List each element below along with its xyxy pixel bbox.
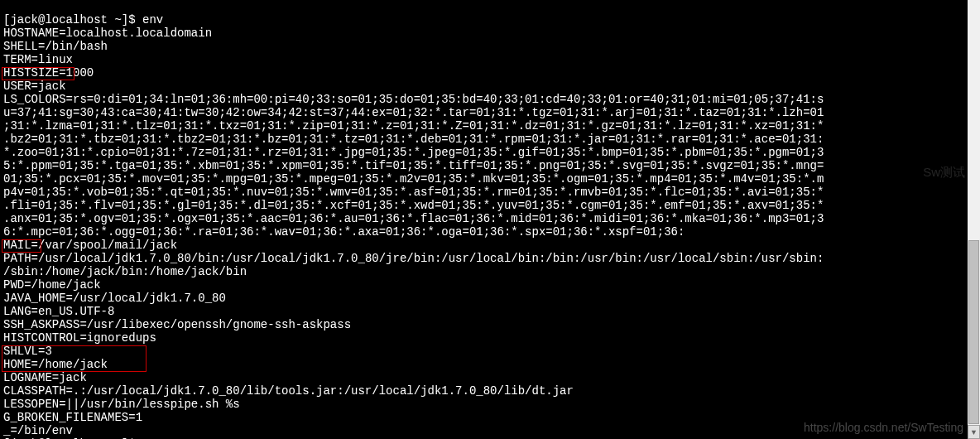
env-lscolors-11: 6:*.mpc=01;36:*.ogg=01;36:*.ra=01;36:*.w… [3, 225, 685, 239]
env-lang: LANG=en_US.UTF-8 [3, 305, 114, 318]
watermark-cn: Sw测试 [923, 166, 965, 179]
env-underscore: _=/bin/env [3, 424, 73, 437]
env-hostname: HOSTNAME=localhost.localdomain [3, 27, 212, 40]
terminal-output: [jack@localhost ~]$ env HOSTNAME=localho… [3, 0, 967, 439]
env-logname: LOGNAME=jack [3, 371, 87, 384]
watermark-url: https://blog.csdn.net/SwTesting [804, 421, 963, 434]
env-user: USER=jack [3, 80, 66, 93]
env-pwd: PWD=/home/jack [3, 278, 101, 292]
env-javahome: JAVA_HOME=/usr/local/jdk1.7.0_80 [3, 292, 226, 305]
env-path-val-2: /sbin:/home/jack/bin:/home/jack/bin [3, 265, 247, 278]
env-lscolors-2: u=37;41:sg=30;43:ca=30;41:tw=30;42:ow=34… [3, 106, 824, 119]
env-lscolors-6: 5:*.ppm=01;35:*.tga=01;35:*.xbm=01;35:*.… [3, 159, 824, 172]
env-lscolors-9: .fli=01;35:*.flv=01;35:*.gl=01;35:*.dl=0… [3, 199, 824, 212]
scrollbar-thumb[interactable] [968, 240, 979, 424]
scrollbar-vertical[interactable]: ▾ [968, 0, 980, 439]
highlight-path [2, 239, 41, 253]
env-lscolors-4: .bz2=01;31:*.tbz=01;31:*.tbz2=01;31:*.bz… [3, 133, 824, 146]
env-lscolors-10: .anx=01;35:*.ogv=01;35:*.ogx=01;35:*.aac… [3, 212, 824, 225]
highlight-user [2, 67, 74, 80]
shell-prompt: [jack@localhost ~]$ [3, 13, 142, 27]
env-lscolors-5: *.zoo=01;31:*.cpio=01;31:*.7z=01;31:*.rz… [3, 146, 824, 159]
env-gbroken: G_BROKEN_FILENAMES=1 [3, 411, 142, 424]
command: env [142, 13, 163, 27]
env-classpath: CLASSPATH=.:/usr/local/jdk1.7.0_80/lib/t… [3, 384, 574, 398]
env-shell: SHELL=/bin/bash [3, 40, 108, 53]
env-lscolors-1: LS_COLORS=rs=0:di=01;34:ln=01;36:mh=00:p… [3, 93, 824, 106]
env-lscolors-8: p4v=01;35:*.vob=01;35:*.qt=01;35:*.nuv=0… [3, 186, 824, 199]
env-term: TERM=linux [3, 53, 73, 66]
env-histcontrol: HISTCONTROL=ignoredups [3, 331, 156, 345]
scrollbar-arrow-down-icon[interactable]: ▾ [968, 425, 980, 439]
highlight-home-logname [2, 345, 147, 372]
env-path-key: PATH= [3, 252, 38, 265]
env-lscolors-3: ;31:*.lzma=01;31:*.tlz=01;31:*.txz=01;31… [3, 119, 824, 133]
env-path-val-1: /usr/local/jdk1.7.0_80/bin:/usr/local/jd… [38, 252, 824, 265]
env-lessopen: LESSOPEN=||/usr/bin/lesspipe.sh %s [3, 398, 240, 411]
env-sshaskpass: SSH_ASKPASS=/usr/libexec/openssh/gnome-s… [3, 318, 351, 331]
env-lscolors-7: 01;35:*.pcx=01;35:*.mov=01;35:*.mpg=01;3… [3, 172, 824, 186]
